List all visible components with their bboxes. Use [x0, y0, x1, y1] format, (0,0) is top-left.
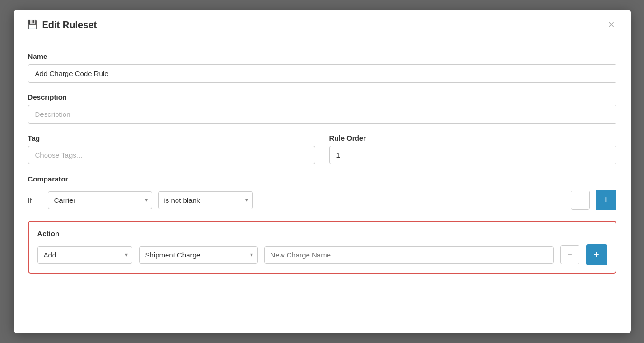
description-label: Description — [28, 93, 616, 101]
rule-order-input[interactable] — [329, 146, 616, 164]
if-label: If — [28, 196, 42, 204]
modal-body: Name Description Tag Rule Order Comparat… — [14, 38, 631, 288]
add-select[interactable]: Add — [37, 246, 132, 264]
tag-group: Tag — [28, 134, 315, 164]
charge-select-wrapper: Shipment Charge ▾ — [139, 246, 258, 264]
comparator-row: If Carrier ▾ is not blank ▾ − + — [28, 190, 616, 210]
action-row: Add ▾ Shipment Charge ▾ − + — [37, 244, 607, 265]
comparator-minus-button[interactable]: − — [571, 191, 590, 210]
tag-input[interactable] — [28, 146, 315, 164]
condition-select-wrapper: is not blank ▾ — [158, 191, 253, 209]
comparator-plus-button[interactable]: + — [596, 190, 616, 210]
rule-order-label: Rule Order — [329, 134, 616, 142]
charge-select[interactable]: Shipment Charge — [139, 246, 258, 264]
modal-title: Edit Ruleset — [42, 19, 97, 30]
description-group: Description — [28, 93, 616, 124]
condition-select[interactable]: is not blank — [158, 191, 253, 209]
comparator-section: Comparator If Carrier ▾ is not blank ▾ − — [28, 175, 616, 210]
ruleset-icon: 💾 — [27, 19, 37, 30]
edit-ruleset-modal: 💾 Edit Ruleset × Name Description Tag Ru… — [14, 10, 631, 333]
description-input[interactable] — [28, 105, 616, 124]
charge-name-input[interactable] — [264, 246, 554, 264]
name-input[interactable] — [28, 64, 616, 83]
name-group: Name — [28, 52, 616, 83]
action-label: Action — [37, 229, 607, 238]
action-minus-button[interactable]: − — [560, 245, 579, 264]
action-section: Action Add ▾ Shipment Charge ▾ − + — [28, 221, 616, 274]
tag-rule-order-row: Tag Rule Order — [28, 134, 616, 175]
modal-title-group: 💾 Edit Ruleset — [27, 19, 97, 30]
modal-header: 💾 Edit Ruleset × — [14, 10, 631, 38]
carrier-select-wrapper: Carrier ▾ — [48, 191, 152, 209]
tag-label: Tag — [28, 134, 315, 142]
add-select-wrapper: Add ▾ — [37, 246, 132, 264]
carrier-select[interactable]: Carrier — [48, 191, 152, 209]
rule-order-group: Rule Order — [329, 134, 616, 164]
action-plus-button[interactable]: + — [586, 244, 607, 265]
name-label: Name — [28, 52, 616, 60]
close-button[interactable]: × — [606, 19, 617, 31]
comparator-label: Comparator — [28, 175, 616, 183]
